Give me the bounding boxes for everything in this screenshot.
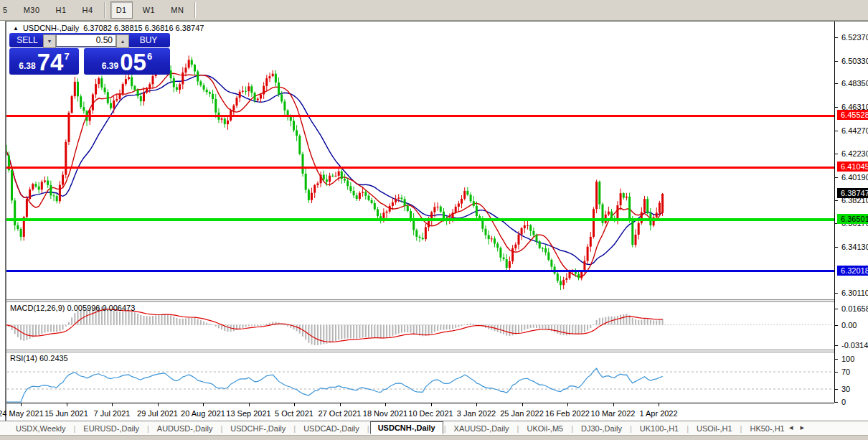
axis-tick-mark xyxy=(834,154,838,154)
level-price-badge: 6.45528 xyxy=(837,110,868,120)
collapse-icon[interactable]: ▲ xyxy=(13,25,19,32)
price-axis-tick-label: 6.50330 xyxy=(841,57,868,65)
buy-quote-point: 6 xyxy=(147,51,152,62)
axis-tick-mark xyxy=(613,403,614,406)
axis-tick-mark xyxy=(834,359,838,360)
timeframe-toolbar: 5M30H1H4D1W1MN xyxy=(0,0,868,21)
level-price-badge: 6.36501 xyxy=(837,214,868,224)
price-axis-tick-label: 6.40190 xyxy=(841,173,868,182)
timeframe-button-h4[interactable]: H4 xyxy=(77,1,99,19)
tab-separator: | xyxy=(220,424,222,433)
sell-quote-point: 7 xyxy=(64,51,69,62)
axis-tick-mark xyxy=(158,403,159,406)
mt4-application-window: 5M30H1H4D1W1MN ▲ USDCNH-,Daily 6.37082 6… xyxy=(0,0,868,440)
axis-tick-mark xyxy=(340,403,341,406)
sell-quote[interactable]: 6.38 74 7 xyxy=(9,48,79,75)
axis-tick-mark xyxy=(834,131,838,131)
timeframe-button-d1[interactable]: D1 xyxy=(110,1,133,19)
timeframe-button-h1[interactable]: H1 xyxy=(50,1,72,19)
price-axis-tick-label: 70 xyxy=(841,368,850,376)
lot-size-spinner: ▾ ▴ xyxy=(43,34,129,47)
axis-tick-mark xyxy=(385,403,386,406)
time-axis-label: 5 Oct 2021 xyxy=(275,409,313,418)
chart-tab-usoil-[interactable]: USOil-,H1 xyxy=(689,423,740,434)
axis-tick-mark xyxy=(567,403,568,406)
timeframe-button-w1[interactable]: W1 xyxy=(137,1,161,19)
price-axis-tick-label: 6.42230 xyxy=(841,149,868,158)
lot-increase-button[interactable]: ▴ xyxy=(116,34,129,48)
chart-tab-ukoil-[interactable]: UKOil-,M5 xyxy=(519,423,570,434)
axis-tick-mark xyxy=(112,403,113,406)
axis-tick-mark xyxy=(834,372,838,373)
rsi-pane-canvas[interactable] xyxy=(6,352,834,403)
buy-quote[interactable]: 6.39 05 6 xyxy=(84,48,170,75)
time-axis-label: 15 Jun 2021 xyxy=(44,409,88,418)
price-axis-tick-label: 6.30110 xyxy=(841,289,868,297)
axis-tick-mark xyxy=(834,325,838,326)
level-line-6.41045[interactable] xyxy=(6,167,834,169)
lot-decrease-button[interactable]: ▾ xyxy=(43,34,56,48)
tab-separator: | xyxy=(444,424,446,433)
chart-tab-xauusd-[interactable]: XAUUSD-,Daily xyxy=(447,423,516,434)
chart-tab-audusd-[interactable]: AUDUSD-,Daily xyxy=(150,423,220,434)
axis-tick-mark xyxy=(834,83,838,84)
time-axis-label: 20 Aug 2021 xyxy=(181,409,225,418)
tab-separator: | xyxy=(73,424,75,433)
price-axis-tick-label: 6.44270 xyxy=(841,126,868,135)
chart-tab-dj30-[interactable]: DJ30-,Daily xyxy=(574,423,629,434)
level-line-6.45528[interactable] xyxy=(6,115,834,117)
time-axis-label: 7 Jul 2021 xyxy=(94,409,131,418)
axis-tick-mark xyxy=(67,403,67,406)
level-line-6.36501[interactable] xyxy=(6,218,834,221)
time-axis-label: 10 Dec 2021 xyxy=(408,409,453,418)
price-axis-tick-label: 6.34130 xyxy=(841,243,868,251)
axis-tick-mark xyxy=(834,200,838,201)
timeframe-button-m30[interactable]: M30 xyxy=(18,1,46,19)
level-line-6.32018[interactable] xyxy=(6,270,834,272)
rsi-indicator-label: RSI(14) 60.2435 xyxy=(10,354,68,362)
time-axis-label: 10 Mar 2022 xyxy=(591,409,636,418)
timeframe-button-5[interactable]: 5 xyxy=(0,1,14,19)
sell-quote-base: 6.38 xyxy=(19,61,35,71)
axis-tick-mark xyxy=(834,389,838,390)
macd-indicator-label: MACD(12,26,9) 0.005996 0.006473 xyxy=(10,304,135,312)
tab-scroll-arrows: ◂ ▸ xyxy=(789,423,804,432)
time-axis-label: 29 Jul 2021 xyxy=(137,409,178,418)
axis-tick-mark xyxy=(834,37,838,38)
axis-tick-mark xyxy=(834,61,838,62)
axis-tick-mark xyxy=(476,403,477,406)
chart-tab-eurusd-[interactable]: EURUSD-,Daily xyxy=(76,423,146,434)
level-price-badge: 6.41045 xyxy=(837,162,868,172)
time-axis-label: 1 Apr 2022 xyxy=(639,409,677,418)
tab-separator: | xyxy=(293,424,296,433)
current-price-badge: 6.38747 xyxy=(837,188,868,198)
toolbar-separator xyxy=(194,2,196,18)
axis-tick-mark xyxy=(834,309,838,309)
price-axis-tick-label: 0.00 xyxy=(841,321,857,329)
chart-tab-usdx[interactable]: USDX,Weekly xyxy=(9,423,72,434)
chart-tab-usdchf-[interactable]: USDCHF-,Daily xyxy=(223,423,293,434)
buy-quote-base: 6.39 xyxy=(102,61,118,71)
price-axis-tick-label: -0.031421 xyxy=(841,341,868,350)
toolbar-separator xyxy=(104,2,105,18)
sell-quote-pips: 74 xyxy=(37,50,64,75)
chart-tab-usdcnh-[interactable]: USDCNH-,Daily xyxy=(370,421,443,434)
chart-tab-usdcad-[interactable]: USDCAD-,Daily xyxy=(296,423,367,434)
lot-size-input[interactable] xyxy=(56,34,116,47)
axis-tick-mark xyxy=(249,403,250,406)
sell-button[interactable]: SELL xyxy=(9,33,45,48)
time-axis[interactable]: 24 May 202115 Jun 20217 Jul 202129 Jul 2… xyxy=(6,403,834,421)
timeframe-button-mn[interactable]: MN xyxy=(165,1,189,19)
axis-tick-mark xyxy=(522,403,523,406)
chart-tab-uk100-[interactable]: UK100-,H1 xyxy=(633,423,686,434)
tab-scroll-right-icon[interactable]: ▸ xyxy=(801,423,805,432)
chart-symbol-title: USDCNH-,Daily xyxy=(23,24,79,32)
chart-title-bar: ▲ USDCNH-,Daily 6.37082 6.38815 6.36816 … xyxy=(13,24,204,32)
axis-tick-mark xyxy=(834,402,838,403)
chart-tab-hk50-[interactable]: HK50-,H1 xyxy=(742,423,791,434)
price-axis-tick-label: 6.52370 xyxy=(841,33,868,42)
time-axis-label: 27 Oct 2021 xyxy=(319,409,362,418)
buy-button[interactable]: BUY xyxy=(127,33,170,48)
price-axis-tick-label: 6.48350 xyxy=(841,79,868,88)
tab-scroll-left-icon[interactable]: ◂ xyxy=(789,423,793,432)
